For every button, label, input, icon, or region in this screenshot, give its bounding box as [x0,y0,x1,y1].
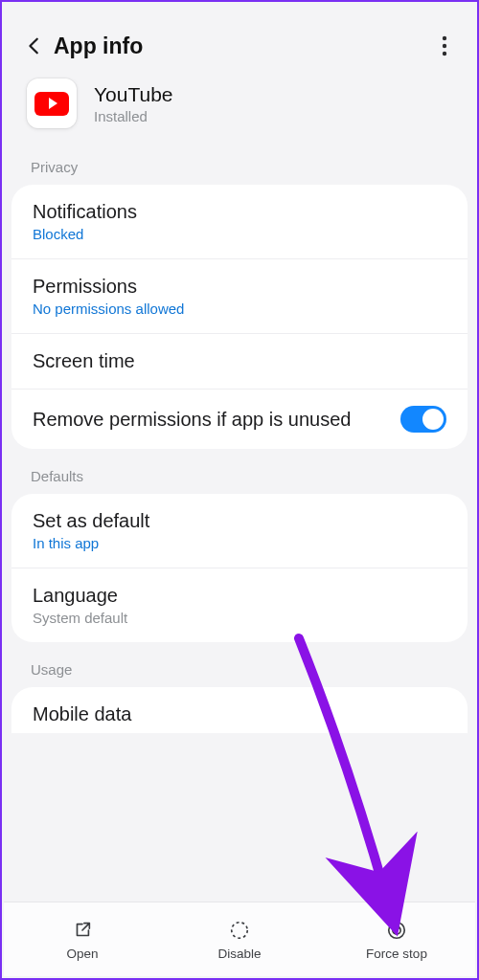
back-button[interactable] [21,33,48,59]
app-identity-row: YouTube Installed [10,75,469,149]
remove-permissions-label: Remove permissions if app is unused [33,407,387,432]
open-label: Open [66,947,98,961]
notifications-label: Notifications [33,201,446,223]
permissions-row[interactable]: Permissions No permissions allowed [11,259,468,334]
notifications-row[interactable]: Notifications Blocked [11,185,468,259]
app-name: YouTube [94,83,173,106]
section-header-defaults: Defaults [10,449,469,494]
set-as-default-row[interactable]: Set as default In this app [11,494,468,568]
screentime-label: Screen time [33,350,446,372]
language-sub: System default [33,610,446,626]
svg-point-0 [443,36,446,40]
more-vertical-icon [442,35,447,56]
svg-line-6 [394,927,399,933]
open-button[interactable]: Open [4,902,161,976]
prohibit-icon [384,918,409,943]
chevron-left-icon [24,35,45,56]
youtube-play-icon [34,92,69,116]
language-label: Language [33,585,446,607]
language-row[interactable]: Language System default [11,568,468,642]
force-stop-label: Force stop [366,947,427,961]
section-header-usage: Usage [10,642,469,687]
svg-point-1 [443,44,446,48]
youtube-app-icon [27,78,77,128]
disable-label: Disable [217,947,261,961]
remove-permissions-toggle[interactable] [400,406,446,433]
mobile-data-row[interactable]: Mobile data [11,687,468,733]
screentime-row[interactable]: Screen time [11,334,468,390]
app-install-status: Installed [94,108,173,124]
usage-card: Mobile data [11,687,468,733]
open-external-icon [70,918,95,943]
permissions-sub: No permissions allowed [33,301,446,317]
force-stop-button[interactable]: Force stop [318,902,475,976]
notifications-sub: Blocked [33,226,446,242]
disable-button[interactable]: Disable [161,902,318,976]
privacy-card: Notifications Blocked Permissions No per… [11,185,468,449]
remove-permissions-row[interactable]: Remove permissions if app is unused [11,390,468,449]
bottom-action-bar: Open Disable Force stop [4,902,475,976]
defaults-card: Set as default In this app Language Syst… [11,494,468,642]
dashed-circle-icon [227,918,252,943]
header-bar: App info [10,10,469,75]
page-title: App info [54,33,143,59]
more-options-button[interactable] [431,27,458,65]
section-header-privacy: Privacy [10,149,469,185]
permissions-label: Permissions [33,276,446,298]
svg-point-3 [232,923,248,939]
mobile-data-label: Mobile data [33,703,446,725]
svg-point-2 [443,52,446,56]
set-as-default-label: Set as default [33,510,446,532]
set-as-default-sub: In this app [33,535,446,551]
